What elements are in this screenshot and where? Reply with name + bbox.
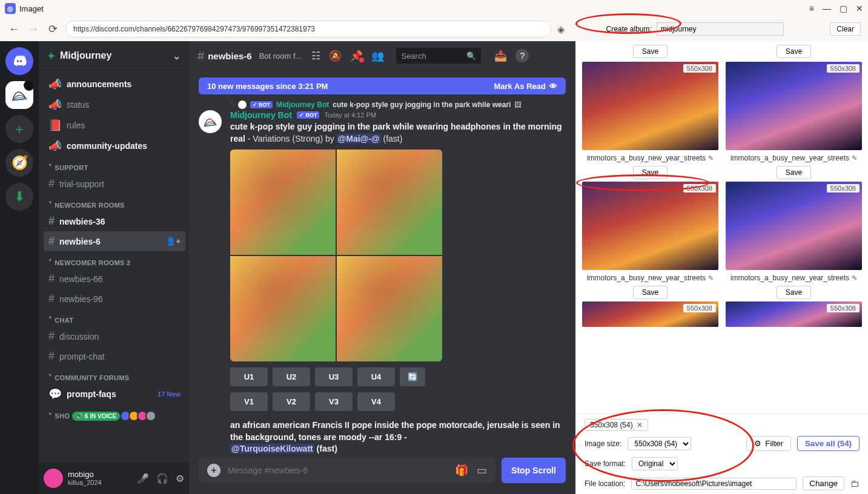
change-location-button[interactable]: Change xyxy=(803,476,844,490)
channel-item[interactable]: 📣status xyxy=(44,94,185,115)
upscale-button[interactable]: U3 xyxy=(315,367,353,386)
mute-mic-button[interactable]: 🎤̸ xyxy=(137,473,149,484)
channel-item[interactable]: 💬prompt-faqs17 New xyxy=(44,384,185,404)
album-name-input[interactable] xyxy=(657,22,784,36)
filter-button[interactable]: ⚙Filter xyxy=(746,436,791,451)
edit-icon[interactable]: ✎ xyxy=(708,274,714,282)
thumbnail-image[interactable]: 550x308 xyxy=(726,301,862,327)
save-all-button[interactable]: Save all (54) xyxy=(797,436,860,451)
chip-remove-icon[interactable]: ✕ xyxy=(637,421,643,429)
stop-scroll-button[interactable]: Stop Scroll xyxy=(502,458,566,483)
explore-servers-button[interactable]: 🧭 xyxy=(5,149,33,177)
extract-icon[interactable]: ◈ xyxy=(557,24,565,35)
new-messages-bar[interactable]: 10 new messages since 3:21 PM Mark As Re… xyxy=(199,77,566,94)
upscale-button[interactable]: U1 xyxy=(230,367,268,386)
save-button[interactable]: Save xyxy=(777,166,811,179)
url-input[interactable] xyxy=(65,21,551,38)
variation-button[interactable]: V2 xyxy=(273,392,310,411)
save-button[interactable]: Save xyxy=(633,45,668,58)
member-list-icon[interactable]: 👥 xyxy=(371,50,384,62)
category-header[interactable]: SUPPORT xyxy=(44,156,185,174)
chat-body[interactable]: 10 new messages since 3:21 PM Mark As Re… xyxy=(189,70,575,458)
channel-item[interactable]: 📕rules xyxy=(44,115,185,136)
variation-button[interactable]: V4 xyxy=(357,392,395,411)
edit-icon[interactable]: ✎ xyxy=(852,154,857,162)
channel-list[interactable]: 📣announcements📣status📕rules📣community-up… xyxy=(39,70,189,463)
upscale-button[interactable]: U4 xyxy=(357,367,395,386)
category-header[interactable]: NEWCOMER ROOMS 2 xyxy=(44,251,185,269)
nav-forward-button[interactable]: → xyxy=(27,23,40,36)
download-apps-button[interactable]: ⬇ xyxy=(5,183,33,211)
minimize-button[interactable]: ― xyxy=(823,4,831,13)
save-format-select[interactable]: Original xyxy=(632,457,678,470)
category-header[interactable]: CHAT xyxy=(44,309,185,326)
reload-button[interactable]: ⟳ xyxy=(46,22,59,36)
headphones-button[interactable]: 🎧 xyxy=(156,473,168,484)
add-friend-icon[interactable]: 👤+ xyxy=(166,237,181,246)
nav-back-button[interactable]: ← xyxy=(7,23,21,36)
thumbnail-filename[interactable]: immotors_a_busy_new_year_streets✎ xyxy=(587,274,714,282)
thumbnail-image[interactable]: 550x308 xyxy=(582,301,718,327)
image-tile[interactable] xyxy=(337,256,442,361)
channel-item[interactable]: #newbies-96 xyxy=(44,289,185,309)
thumbnail-image[interactable]: 550x308 xyxy=(726,62,862,150)
image-attachment-grid[interactable] xyxy=(230,150,442,361)
hamburger-icon[interactable]: ≡ xyxy=(809,4,814,13)
reroll-button[interactable]: 🔄 xyxy=(400,367,425,386)
discord-home-button[interactable] xyxy=(5,47,33,75)
channel-item[interactable]: #newbies-6👤+ xyxy=(44,231,185,251)
gif-icon[interactable]: ▭ xyxy=(477,464,487,477)
add-server-button[interactable]: ＋ xyxy=(5,115,33,143)
channel-item[interactable]: #prompt-chat xyxy=(44,346,185,366)
image-tile[interactable] xyxy=(230,150,336,255)
reply-preview[interactable]: └ ✓ BOT Midjourney Bot cute k-pop style … xyxy=(229,100,566,109)
user-settings-button[interactable]: ⚙ xyxy=(176,473,184,484)
upscale-button[interactable]: U2 xyxy=(273,367,310,386)
second-mention[interactable]: @TurquoiseKilowatt xyxy=(230,444,314,453)
help-icon[interactable]: ? xyxy=(515,49,529,62)
channel-item[interactable]: 📣community-updates xyxy=(44,136,185,156)
category-header[interactable]: COMMUNITY FORUMS xyxy=(44,366,185,384)
variation-button[interactable]: V1 xyxy=(230,392,268,411)
thumbnail-image[interactable]: 550x308 xyxy=(726,182,862,270)
midjourney-server-button[interactable] xyxy=(5,81,33,109)
mention[interactable]: @Mai@-@ xyxy=(337,134,381,143)
image-tile[interactable] xyxy=(337,150,442,255)
inbox-icon[interactable]: 📥 xyxy=(494,50,507,62)
notification-mute-icon[interactable]: 🔕 xyxy=(329,50,342,62)
pinned-messages-icon[interactable]: 📌 xyxy=(350,50,363,62)
server-header[interactable]: ✦ Midjourney ⌄ xyxy=(39,41,189,70)
gift-icon[interactable]: 🎁 xyxy=(455,464,468,477)
search-box[interactable]: Search 🔍 xyxy=(396,48,481,64)
thumbnail-filename[interactable]: immotors_a_busy_new_year_streets✎ xyxy=(587,154,714,162)
chat-input[interactable]: + 🎁 ▭ xyxy=(199,458,495,483)
edit-icon[interactable]: ✎ xyxy=(852,274,857,282)
user-avatar[interactable] xyxy=(44,469,63,488)
attach-button[interactable]: + xyxy=(207,464,220,477)
open-folder-icon[interactable]: 🗀 xyxy=(850,478,860,489)
save-button[interactable]: Save xyxy=(633,166,668,179)
save-button[interactable]: Save xyxy=(777,286,811,299)
thumbnail-filename[interactable]: immotors_a_busy_new_year_streets✎ xyxy=(731,154,857,162)
message-input[interactable] xyxy=(228,466,448,475)
mark-as-read-button[interactable]: Mark As Read xyxy=(494,82,546,91)
channel-item[interactable]: #newbies-66 xyxy=(44,269,185,289)
thumbnail-image[interactable]: 550x308 xyxy=(582,62,718,150)
maximize-button[interactable]: ▢ xyxy=(840,4,847,13)
channel-item[interactable]: #trial-support xyxy=(44,174,185,194)
close-button[interactable]: ✕ xyxy=(856,4,863,13)
clear-button[interactable]: Clear xyxy=(830,22,861,36)
category-header[interactable]: NEWCOMER ROOMS xyxy=(44,194,185,211)
threads-icon[interactable]: ☷ xyxy=(311,50,320,62)
image-tile[interactable] xyxy=(230,256,336,361)
file-location-input[interactable] xyxy=(631,478,797,490)
channel-item[interactable]: 📣announcements xyxy=(44,74,185,94)
channel-item[interactable]: #newbies-36 xyxy=(44,211,185,231)
thumbnail-image[interactable]: 550x308 xyxy=(582,182,718,270)
save-button[interactable]: Save xyxy=(777,45,811,58)
variation-button[interactable]: V3 xyxy=(315,392,353,411)
thumbnail-area[interactable]: Save Save 550x308 immotors_a_busy_new_ye… xyxy=(576,41,868,413)
save-button[interactable]: Save xyxy=(633,286,668,299)
channel-item[interactable]: #discussion xyxy=(44,326,185,346)
thumbnail-filename[interactable]: immotors_a_busy_new_year_streets✎ xyxy=(731,274,857,282)
